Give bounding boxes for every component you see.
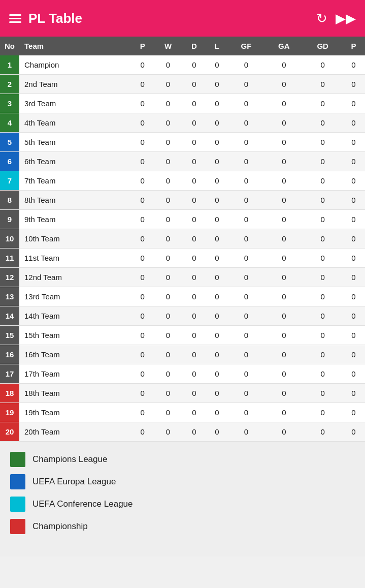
won: 0 [154, 268, 182, 287]
table-row[interactable]: 14 14th Team 0 0 0 0 0 0 0 0 [0, 306, 365, 326]
drawn: 0 [182, 364, 206, 384]
position-number: 10 [0, 229, 19, 249]
goal-difference: 0 [303, 268, 342, 287]
standings-table-container: No Team P W D L GF GA GD P 1 Champion 0 … [0, 37, 365, 442]
drawn: 0 [182, 422, 206, 442]
standings-table: No Team P W D L GF GA GD P 1 Champion 0 … [0, 37, 365, 442]
goals-for: 0 [228, 171, 264, 191]
points: 0 [342, 94, 365, 113]
table-row[interactable]: 6 6th Team 0 0 0 0 0 0 0 0 [0, 152, 365, 171]
refresh-icon[interactable]: ↻ [316, 11, 327, 26]
goal-difference: 0 [303, 113, 342, 133]
team-name: 4th Team [19, 113, 131, 133]
won: 0 [154, 210, 182, 229]
col-header-gf: GF [228, 37, 264, 55]
played: 0 [131, 55, 154, 75]
table-row[interactable]: 5 5th Team 0 0 0 0 0 0 0 0 [0, 133, 365, 152]
table-row[interactable]: 3 3rd Team 0 0 0 0 0 0 0 0 [0, 94, 365, 113]
goals-against: 0 [264, 113, 303, 133]
won: 0 [154, 75, 182, 94]
played: 0 [131, 306, 154, 326]
points: 0 [342, 191, 365, 210]
team-name: Champion [19, 55, 131, 75]
col-header-drawn: D [182, 37, 206, 55]
position-number: 8 [0, 191, 19, 210]
lost: 0 [206, 191, 228, 210]
table-row[interactable]: 4 4th Team 0 0 0 0 0 0 0 0 [0, 113, 365, 133]
col-header-ga: GA [264, 37, 303, 55]
lost: 0 [206, 364, 228, 384]
goals-against: 0 [264, 191, 303, 210]
table-row[interactable]: 11 11st Team 0 0 0 0 0 0 0 0 [0, 249, 365, 268]
lost: 0 [206, 249, 228, 268]
drawn: 0 [182, 287, 206, 306]
goals-for: 0 [228, 306, 264, 326]
goals-against: 0 [264, 75, 303, 94]
page-title: PL Table [28, 11, 82, 26]
table-row[interactable]: 7 7th Team 0 0 0 0 0 0 0 0 [0, 171, 365, 191]
played: 0 [131, 152, 154, 171]
forward-icon[interactable]: ▶▶ [336, 11, 356, 26]
drawn: 0 [182, 306, 206, 326]
team-name: 9th Team [19, 210, 131, 229]
team-name: 11st Team [19, 249, 131, 268]
played: 0 [131, 113, 154, 133]
table-row[interactable]: 18 18th Team 0 0 0 0 0 0 0 0 [0, 384, 365, 403]
hamburger-menu-icon[interactable] [9, 14, 21, 23]
played: 0 [131, 345, 154, 364]
won: 0 [154, 229, 182, 249]
table-row[interactable]: 9 9th Team 0 0 0 0 0 0 0 0 [0, 210, 365, 229]
team-name: 18th Team [19, 384, 131, 403]
lost: 0 [206, 306, 228, 326]
won: 0 [154, 191, 182, 210]
goal-difference: 0 [303, 210, 342, 229]
table-row[interactable]: 17 17th Team 0 0 0 0 0 0 0 0 [0, 364, 365, 384]
lost: 0 [206, 55, 228, 75]
points: 0 [342, 55, 365, 75]
lost: 0 [206, 75, 228, 94]
goal-difference: 0 [303, 326, 342, 345]
goals-against: 0 [264, 55, 303, 75]
table-row[interactable]: 16 16th Team 0 0 0 0 0 0 0 0 [0, 345, 365, 364]
legend-item-champions-league: Champions League [10, 452, 355, 467]
col-header-gd: GD [303, 37, 342, 55]
points: 0 [342, 422, 365, 442]
position-number: 14 [0, 306, 19, 326]
table-row[interactable]: 19 19th Team 0 0 0 0 0 0 0 0 [0, 403, 365, 422]
goals-for: 0 [228, 210, 264, 229]
lost: 0 [206, 287, 228, 306]
table-row[interactable]: 13 13rd Team 0 0 0 0 0 0 0 0 [0, 287, 365, 306]
table-row[interactable]: 2 2nd Team 0 0 0 0 0 0 0 0 [0, 75, 365, 94]
goal-difference: 0 [303, 229, 342, 249]
goals-against: 0 [264, 249, 303, 268]
position-number: 15 [0, 326, 19, 345]
team-name: 15th Team [19, 326, 131, 345]
position-number: 3 [0, 94, 19, 113]
points: 0 [342, 268, 365, 287]
goals-against: 0 [264, 422, 303, 442]
table-row[interactable]: 20 20th Team 0 0 0 0 0 0 0 0 [0, 422, 365, 442]
table-row[interactable]: 15 15th Team 0 0 0 0 0 0 0 0 [0, 326, 365, 345]
table-row[interactable]: 12 12nd Team 0 0 0 0 0 0 0 0 [0, 268, 365, 287]
goals-for: 0 [228, 55, 264, 75]
legend-section: Champions League UEFA Europa League UEFA… [0, 442, 365, 556]
table-row[interactable]: 10 10th Team 0 0 0 0 0 0 0 0 [0, 229, 365, 249]
played: 0 [131, 364, 154, 384]
header-left: PL Table [9, 11, 82, 26]
played: 0 [131, 326, 154, 345]
goals-against: 0 [264, 403, 303, 422]
team-name: 7th Team [19, 171, 131, 191]
played: 0 [131, 94, 154, 113]
played: 0 [131, 249, 154, 268]
lost: 0 [206, 94, 228, 113]
table-row[interactable]: 1 Champion 0 0 0 0 0 0 0 0 [0, 55, 365, 75]
points: 0 [342, 384, 365, 403]
goals-for: 0 [228, 268, 264, 287]
goals-for: 0 [228, 113, 264, 133]
drawn: 0 [182, 268, 206, 287]
lost: 0 [206, 326, 228, 345]
goals-against: 0 [264, 364, 303, 384]
table-row[interactable]: 8 8th Team 0 0 0 0 0 0 0 0 [0, 191, 365, 210]
lost: 0 [206, 171, 228, 191]
team-name: 20th Team [19, 422, 131, 442]
